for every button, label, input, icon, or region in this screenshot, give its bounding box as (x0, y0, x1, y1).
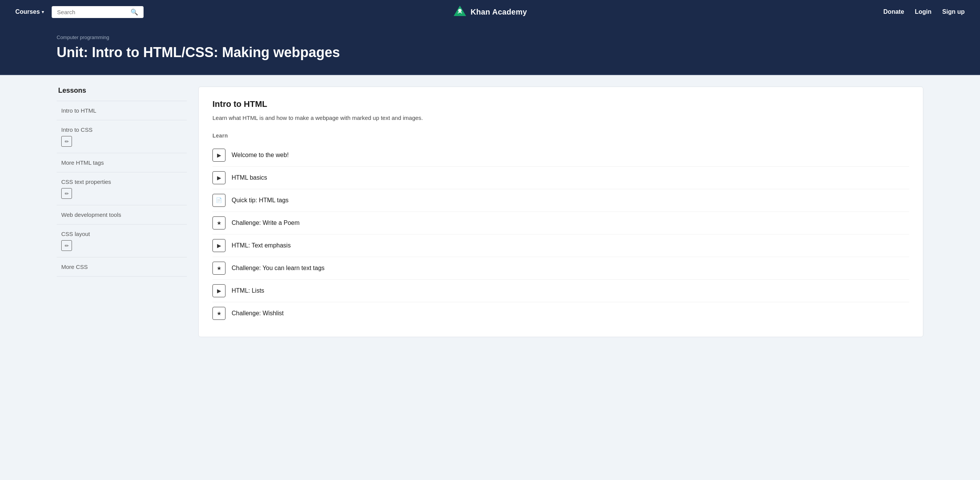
page-title: Unit: Intro to HTML/CSS: Making webpages (57, 44, 923, 61)
item-label: Welcome to the web! (232, 152, 289, 159)
sidebar-item-intro-css[interactable]: Intro to CSS ✏ (57, 120, 187, 153)
svg-point-2 (458, 9, 462, 12)
sidebar: Lessons Intro to HTML Intro to CSS ✏ Mor… (57, 87, 187, 277)
video-icon: ▶ (212, 284, 225, 297)
item-label: HTML: Text emphasis (232, 242, 291, 249)
sidebar-item-intro-html[interactable]: Intro to HTML (57, 101, 187, 120)
pencil-icon: ✏ (61, 136, 72, 147)
pencil-icon: ✏ (61, 188, 72, 199)
login-link[interactable]: Login (915, 8, 932, 15)
sidebar-item-label: Web development tools (61, 211, 182, 218)
sidebar-item-css-layout[interactable]: CSS layout ✏ (57, 224, 187, 257)
breadcrumb: Computer programming (57, 34, 923, 40)
article-icon: 📄 (212, 194, 225, 207)
item-label: Challenge: Wishlist (232, 310, 284, 317)
content-description: Learn what HTML is and how to make a web… (212, 114, 909, 123)
courses-button[interactable]: Courses ▾ (15, 8, 44, 15)
signup-link[interactable]: Sign up (942, 8, 965, 15)
sidebar-title: Lessons (57, 87, 187, 95)
list-item[interactable]: ▶ HTML basics (212, 167, 909, 189)
sidebar-item-web-dev-tools[interactable]: Web development tools (57, 205, 187, 224)
list-item[interactable]: ★ Challenge: Wishlist (212, 302, 909, 324)
section-label: Learn (212, 133, 909, 139)
list-item[interactable]: ★ Challenge: Write a Poem (212, 212, 909, 234)
lesson-list: ▶ Welcome to the web! ▶ HTML basics 📄 Qu… (212, 144, 909, 324)
sidebar-item-more-css[interactable]: More CSS (57, 257, 187, 277)
sidebar-item-label: More HTML tags (61, 159, 182, 166)
main-content: Lessons Intro to HTML Intro to CSS ✏ Mor… (0, 75, 980, 349)
search-input[interactable] (57, 9, 127, 15)
courses-label: Courses (15, 8, 40, 15)
list-item[interactable]: ▶ Welcome to the web! (212, 144, 909, 167)
navbar-left: Courses ▾ 🔍 (15, 6, 144, 18)
list-item[interactable]: 📄 Quick tip: HTML tags (212, 189, 909, 212)
sidebar-item-label: More CSS (61, 264, 182, 270)
item-label: HTML: Lists (232, 287, 264, 294)
video-icon: ▶ (212, 239, 225, 252)
sidebar-item-label: CSS layout (61, 231, 182, 237)
content-title: Intro to HTML (212, 99, 909, 109)
content-panel: Intro to HTML Learn what HTML is and how… (198, 87, 923, 337)
navbar: Courses ▾ 🔍 Khan Academy Donate Login Si… (0, 0, 980, 24)
donate-link[interactable]: Donate (884, 8, 904, 15)
list-item[interactable]: ★ Challenge: You can learn text tags (212, 257, 909, 280)
sidebar-item-css-text[interactable]: CSS text properties ✏ (57, 172, 187, 205)
brand-name: Khan Academy (470, 8, 527, 16)
list-item[interactable]: ▶ HTML: Lists (212, 280, 909, 302)
video-icon: ▶ (212, 171, 225, 184)
challenge-icon: ★ (212, 262, 225, 275)
challenge-icon: ★ (212, 307, 225, 320)
item-label: HTML basics (232, 174, 267, 181)
list-item[interactable]: ▶ HTML: Text emphasis (212, 234, 909, 257)
item-label: Quick tip: HTML tags (232, 197, 289, 204)
sidebar-item-label: CSS text properties (61, 179, 182, 185)
challenge-icon: ★ (212, 216, 225, 229)
pencil-icon: ✏ (61, 240, 72, 251)
video-icon: ▶ (212, 149, 225, 162)
sidebar-item-label: Intro to CSS (61, 126, 182, 133)
item-label: Challenge: Write a Poem (232, 220, 300, 226)
search-bar[interactable]: 🔍 (52, 6, 144, 18)
logo-icon (453, 5, 467, 19)
navbar-brand[interactable]: Khan Academy (453, 5, 527, 19)
sidebar-item-more-html[interactable]: More HTML tags (57, 153, 187, 172)
sidebar-item-label: Intro to HTML (61, 107, 182, 114)
navbar-right: Donate Login Sign up (884, 8, 965, 15)
hero-section: Computer programming Unit: Intro to HTML… (0, 24, 980, 75)
search-icon: 🔍 (131, 8, 138, 16)
item-label: Challenge: You can learn text tags (232, 265, 325, 272)
chevron-down-icon: ▾ (42, 10, 44, 15)
